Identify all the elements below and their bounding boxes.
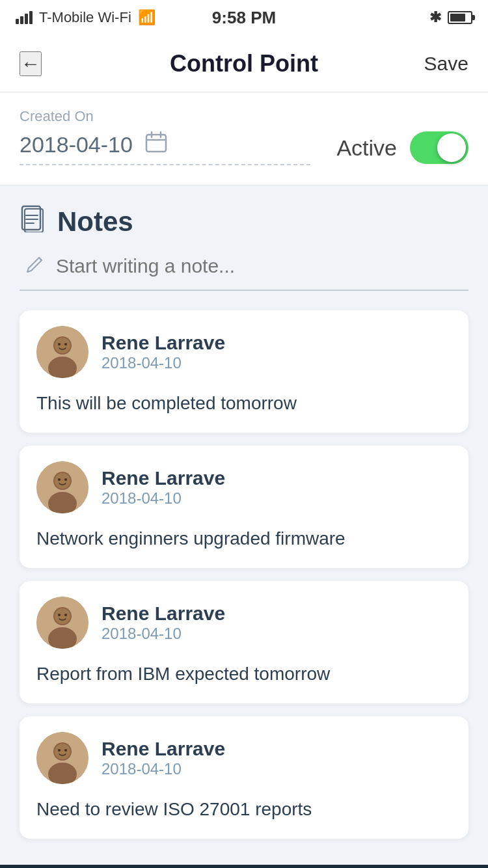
note-content: This will be completed tomorrow [36,390,452,417]
status-right: ✱ [429,9,472,26]
avatar [36,732,88,784]
note-input[interactable] [56,255,462,277]
created-section: Created On 2018-04-10 Active [0,92,488,185]
back-button[interactable]: ← [20,51,42,76]
wifi-icon: 📶 [138,9,156,26]
status-bar: T-Mobile Wi-Fi 📶 9:58 PM ✱ [0,0,488,35]
note-card-header: Rene Larrave 2018-04-10 [36,597,452,649]
pencil-icon [26,254,46,278]
svg-point-19 [58,478,61,481]
svg-point-13 [58,343,61,346]
notes-container: Rene Larrave 2018-04-10 This will be com… [20,310,468,839]
carrier-label: T-Mobile Wi-Fi [39,9,131,26]
note-content: Need to review ISO 27001 reports [36,796,452,823]
note-card-header: Rene Larrave 2018-04-10 [36,461,452,513]
page-title: Control Point [170,50,318,77]
active-label: Active [336,135,397,161]
svg-point-12 [55,338,70,353]
time-display: 9:58 PM [212,8,276,28]
save-button[interactable]: Save [424,53,468,75]
author-name: Rene Larrave [102,332,225,354]
author-name: Rene Larrave [102,467,225,489]
author-name: Rene Larrave [102,738,225,760]
created-row: 2018-04-10 Active [20,130,468,165]
note-card: Rene Larrave 2018-04-10 Report from IBM … [20,581,468,703]
note-author: Rene Larrave 2018-04-10 [102,332,225,372]
svg-point-18 [55,473,70,489]
svg-point-31 [58,749,61,752]
author-date: 2018-04-10 [102,489,225,508]
signal-icon [16,11,33,24]
notes-title: Notes [57,206,133,237]
note-card: Rene Larrave 2018-04-10 Need to review I… [20,716,468,839]
svg-point-32 [64,749,67,752]
avatar [36,597,88,649]
created-on-label: Created On [20,108,468,125]
svg-rect-0 [146,135,166,152]
author-name: Rene Larrave [102,603,225,625]
bottom-nav [0,865,488,868]
note-card: Rene Larrave 2018-04-10 Network enginner… [20,446,468,568]
svg-point-14 [64,343,67,346]
toggle-thumb [437,133,466,162]
svg-point-26 [64,614,67,616]
author-date: 2018-04-10 [102,625,225,643]
active-row: Active [336,131,468,164]
note-author: Rene Larrave 2018-04-10 [102,467,225,508]
author-date: 2018-04-10 [102,760,225,778]
calendar-icon[interactable] [144,130,168,159]
note-input-row [20,254,468,291]
nav-bar: ← Control Point Save [0,35,488,92]
note-card-header: Rene Larrave 2018-04-10 [36,326,452,378]
notes-section: Notes [0,185,488,865]
created-date: 2018-04-10 [20,132,133,157]
note-content: Report from IBM expected tomorrow [36,660,452,688]
note-content: Network enginners upgraded firmware [36,525,452,552]
avatar [36,326,88,378]
battery-icon [448,11,472,24]
svg-point-25 [58,614,61,616]
note-card: Rene Larrave 2018-04-10 This will be com… [20,310,468,433]
note-card-header: Rene Larrave 2018-04-10 [36,732,452,784]
note-author: Rene Larrave 2018-04-10 [102,738,225,778]
author-date: 2018-04-10 [102,354,225,372]
svg-point-30 [55,744,70,759]
battery-fill [450,14,465,21]
bluetooth-icon: ✱ [429,9,441,26]
status-left: T-Mobile Wi-Fi 📶 [16,9,156,26]
note-author: Rene Larrave 2018-04-10 [102,603,225,643]
svg-point-24 [55,608,70,624]
notes-icon [20,205,47,238]
avatar [36,461,88,513]
svg-point-20 [64,478,67,481]
notes-header: Notes [20,205,468,238]
active-toggle[interactable] [410,131,468,164]
created-left: 2018-04-10 [20,130,310,165]
